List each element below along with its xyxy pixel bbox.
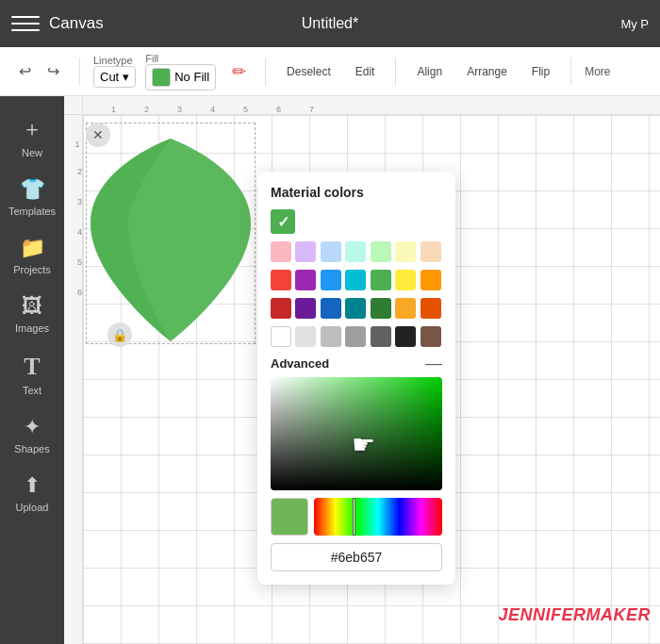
top-bar-right-label: My P	[620, 17, 649, 31]
swatch[interactable]	[271, 241, 291, 262]
sidebar-item-images[interactable]: 🖼 Images	[0, 285, 64, 343]
bottom-controls	[271, 498, 442, 536]
ruler-top: 1 2 3 4 5 6 7	[83, 96, 660, 115]
swatch[interactable]	[271, 270, 291, 290]
selected-swatch-row: ✓	[271, 209, 442, 234]
sidebar-item-shapes[interactable]: ✦ Shapes	[0, 405, 64, 464]
canvas-area[interactable]: 1 2 3 4 5 6 7 1 2 3 4 5 6 ✕ 🔒 Material	[64, 96, 660, 644]
lock-button[interactable]: 🔒	[107, 322, 132, 347]
divider-1	[79, 58, 80, 86]
redo-button[interactable]: ↪	[40, 58, 66, 85]
ruler-corner	[64, 96, 83, 115]
projects-icon: 📁	[20, 236, 45, 260]
swatch[interactable]	[371, 326, 391, 347]
swatch[interactable]	[395, 270, 416, 290]
linetype-select[interactable]: Cut ▾	[93, 66, 136, 88]
swatch[interactable]	[371, 270, 391, 290]
swatch[interactable]	[345, 326, 366, 347]
advanced-label: Advanced	[271, 356, 329, 371]
swatch[interactable]	[395, 298, 416, 319]
ruler-left: 1 2 3 4 5 6	[64, 115, 83, 644]
deselect-button[interactable]: Deselect	[279, 61, 338, 82]
linetype-group: Linetype Cut ▾	[93, 55, 136, 88]
swatch[interactable]	[421, 241, 441, 262]
selection-box	[86, 123, 256, 344]
arrange-button[interactable]: Arrange	[459, 61, 515, 82]
toolbar: ↩ ↪ Linetype Cut ▾ Fill No Fill ✏ Desele…	[0, 47, 660, 96]
sidebar-item-new[interactable]: ＋ New	[0, 106, 64, 168]
fill-label: Fill	[145, 53, 216, 64]
close-button[interactable]: ✕	[86, 123, 110, 147]
swatch[interactable]	[295, 326, 316, 347]
undo-button[interactable]: ↩	[11, 58, 38, 85]
hue-slider[interactable]	[314, 498, 442, 536]
canvas-label: Canvas	[49, 14, 104, 33]
sidebar-item-text[interactable]: T Text	[0, 343, 64, 405]
swatch[interactable]	[295, 270, 316, 290]
swatch[interactable]	[295, 241, 316, 262]
selected-color-swatch[interactable]: ✓	[271, 209, 295, 234]
fill-color-swatch	[152, 68, 171, 87]
upload-icon: ⬆	[24, 473, 41, 498]
swatch[interactable]	[421, 298, 441, 319]
color-panel: Material colors ✓	[257, 172, 455, 585]
new-icon: ＋	[22, 115, 42, 143]
divider-3	[395, 58, 396, 86]
swatch[interactable]	[395, 326, 416, 347]
canvas-grid[interactable]: ✕ 🔒 Material colors ✓	[83, 115, 660, 644]
swatch[interactable]	[321, 326, 341, 347]
swatch-row-2	[271, 270, 442, 290]
swatch[interactable]	[345, 298, 366, 319]
more-button[interactable]: More	[585, 65, 610, 78]
menu-icon[interactable]	[11, 9, 40, 38]
text-icon: T	[24, 353, 40, 381]
color-panel-title: Material colors	[271, 185, 442, 200]
linetype-label: Linetype	[93, 55, 136, 66]
sidebar-item-label-text: Text	[23, 385, 41, 396]
swatch[interactable]	[371, 241, 391, 262]
flip-button[interactable]: Flip	[524, 61, 557, 82]
swatch[interactable]	[395, 241, 416, 262]
advanced-collapse-button[interactable]: —	[425, 355, 442, 372]
divider-4	[570, 58, 571, 86]
swatch[interactable]	[371, 298, 391, 319]
sidebar-item-label-upload: Upload	[16, 502, 49, 513]
swatch[interactable]	[321, 270, 341, 290]
templates-icon: 👕	[20, 177, 45, 202]
sidebar-item-label-shapes: Shapes	[14, 443, 49, 454]
swatch[interactable]	[345, 241, 366, 262]
sidebar-item-upload[interactable]: ⬆ Upload	[0, 464, 64, 522]
swatch[interactable]	[421, 270, 441, 290]
edit-button[interactable]: Edit	[348, 61, 383, 82]
sidebar-item-label-projects: Projects	[13, 264, 51, 275]
swatch-row-4	[271, 326, 442, 347]
lock-icon: 🔒	[112, 328, 127, 342]
hue-slider-indicator	[353, 498, 355, 536]
sidebar-item-label-new: New	[22, 147, 42, 158]
sidebar-item-projects[interactable]: 📁 Projects	[0, 226, 64, 285]
current-color-preview	[271, 498, 308, 536]
fill-group: Fill No Fill	[145, 53, 216, 91]
swatch[interactable]	[345, 270, 366, 290]
sidebar-item-label-images: Images	[15, 322, 49, 334]
edit-color-button[interactable]: ✏	[225, 58, 252, 85]
sidebar-item-templates[interactable]: 👕 Templates	[0, 168, 64, 226]
swatch[interactable]	[321, 298, 341, 319]
sidebar-item-label-templates: Templates	[8, 206, 56, 217]
shapes-icon: ✦	[24, 415, 41, 439]
close-icon: ✕	[92, 127, 104, 142]
swatch-row-1	[271, 241, 442, 262]
images-icon: 🖼	[22, 294, 42, 319]
swatch[interactable]	[271, 298, 291, 319]
checkmark-icon: ✓	[277, 213, 289, 231]
gradient-picker[interactable]: ☛	[271, 377, 442, 490]
swatch[interactable]	[421, 326, 441, 347]
hex-input[interactable]	[271, 543, 442, 571]
fill-select[interactable]: No Fill	[145, 64, 216, 91]
swatch[interactable]	[271, 326, 291, 347]
swatch[interactable]	[321, 241, 341, 262]
swatch[interactable]	[295, 298, 316, 319]
swatch-row-3	[271, 298, 442, 319]
undo-redo-group: ↩ ↪	[11, 58, 66, 85]
align-button[interactable]: Align	[409, 61, 450, 82]
